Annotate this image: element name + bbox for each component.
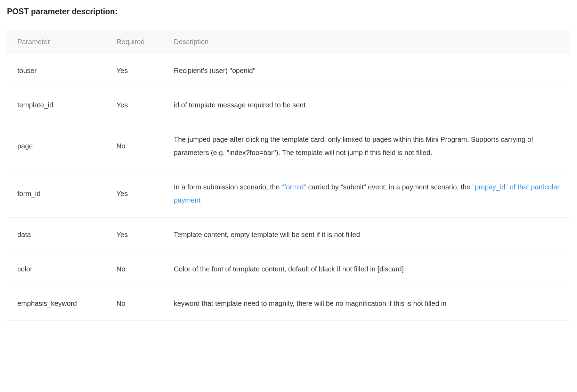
cell-description: Color of the font of template content, d… bbox=[163, 252, 570, 286]
cell-required: Yes bbox=[106, 54, 163, 88]
header-required: Required bbox=[106, 30, 163, 54]
header-description: Description bbox=[163, 30, 570, 54]
description-text: The jumped page after clicking the templ… bbox=[174, 136, 533, 156]
description-text: Template content, empty template will be… bbox=[174, 231, 360, 238]
table-row: colorNoColor of the font of template con… bbox=[7, 252, 570, 286]
table-row: template_idYesid of template message req… bbox=[7, 88, 570, 122]
cell-description: The jumped page after clicking the templ… bbox=[163, 122, 570, 170]
header-parameter: Parameter bbox=[7, 30, 106, 54]
cell-required: No bbox=[106, 286, 163, 321]
cell-description: keyword that template need to magnify, t… bbox=[163, 286, 570, 321]
parameter-table: Parameter Required Description touserYes… bbox=[7, 30, 570, 321]
cell-required: No bbox=[106, 122, 163, 170]
cell-parameter: form_id bbox=[7, 170, 106, 218]
table-header-row: Parameter Required Description bbox=[7, 30, 570, 54]
table-row: form_idYesIn a form submission scenario,… bbox=[7, 170, 570, 218]
cell-parameter: page bbox=[7, 122, 106, 170]
cell-parameter: template_id bbox=[7, 88, 106, 122]
description-text: Recipient's (user) "openid" bbox=[174, 67, 255, 74]
description-text: In a form submission scenario, the bbox=[174, 183, 282, 191]
cell-description: id of template message required to be se… bbox=[163, 88, 570, 122]
cell-description: Template content, empty template will be… bbox=[163, 218, 570, 252]
cell-required: No bbox=[106, 252, 163, 286]
table-row: touserYesRecipient's (user) "openid" bbox=[7, 54, 570, 88]
description-link[interactable]: "formId" bbox=[282, 183, 306, 191]
section-title: POST parameter description: bbox=[7, 7, 570, 16]
description-text: carried by "submit" event; in a payment … bbox=[306, 183, 472, 191]
table-row: dataYesTemplate content, empty template … bbox=[7, 218, 570, 252]
cell-description: In a form submission scenario, the "form… bbox=[163, 170, 570, 218]
cell-parameter: emphasis_keyword bbox=[7, 286, 106, 321]
cell-required: Yes bbox=[106, 88, 163, 122]
cell-parameter: touser bbox=[7, 54, 106, 88]
table-row: pageNoThe jumped page after clicking the… bbox=[7, 122, 570, 170]
description-text: id of template message required to be se… bbox=[174, 101, 306, 109]
description-text: keyword that template need to magnify, t… bbox=[174, 300, 446, 307]
description-text: Color of the font of template content, d… bbox=[174, 265, 404, 273]
cell-description: Recipient's (user) "openid" bbox=[163, 54, 570, 88]
cell-parameter: data bbox=[7, 218, 106, 252]
cell-parameter: color bbox=[7, 252, 106, 286]
cell-required: Yes bbox=[106, 170, 163, 218]
table-row: emphasis_keywordNokeyword that template … bbox=[7, 286, 570, 321]
cell-required: Yes bbox=[106, 218, 163, 252]
